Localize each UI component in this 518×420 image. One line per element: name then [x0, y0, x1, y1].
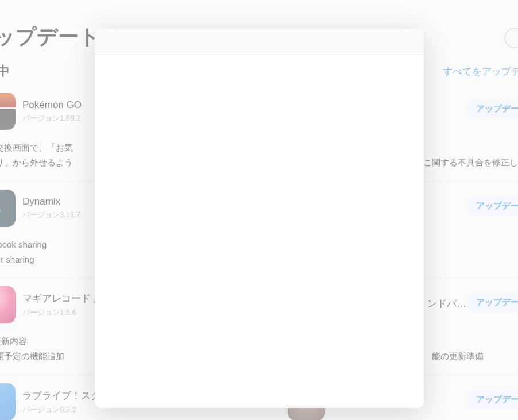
- modal-header: [95, 29, 424, 55]
- modal-dialog: [95, 29, 424, 408]
- modal-overlay[interactable]: [0, 0, 518, 420]
